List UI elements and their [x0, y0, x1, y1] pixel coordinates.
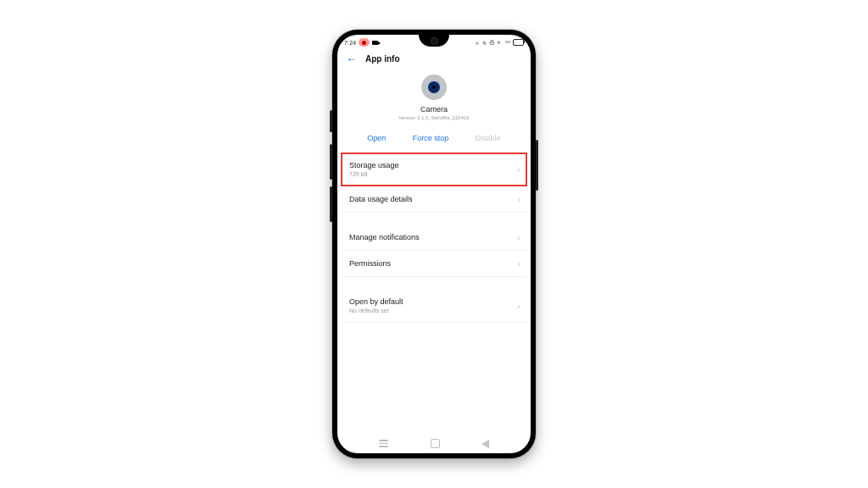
recents-button-icon[interactable]: [379, 440, 388, 447]
volume-up-button: [330, 144, 332, 180]
usage-group: Storage usage 729 kB › Data usage detail…: [341, 152, 527, 213]
camera-app-icon: [421, 75, 447, 100]
row-title: Permissions: [349, 259, 510, 268]
volume-down-button: [330, 186, 332, 222]
chevron-right-icon: ›: [517, 164, 520, 175]
disable-button: Disable: [476, 134, 501, 142]
system-nav-bar: [337, 439, 531, 448]
force-stop-button[interactable]: Force stop: [413, 134, 449, 142]
app-summary: Camera Version 3.1.0_9a6d8fa_210419: [337, 71, 531, 129]
back-arrow-icon[interactable]: ←: [346, 53, 357, 64]
side-button: [330, 110, 332, 132]
data-usage-row[interactable]: Data usage details ›: [341, 186, 527, 212]
screen: 7:24 ⁂ ⨳ ⚙ ᯤ ⁰⁰ ← App info Camera Versio…: [337, 35, 531, 453]
video-icon: [372, 41, 378, 45]
chevron-right-icon: ›: [517, 258, 520, 269]
manage-notifications-row[interactable]: Manage notifications ›: [341, 225, 527, 251]
chevron-right-icon: ›: [517, 301, 520, 311]
page-header: ← App info: [337, 50, 531, 71]
battery-icon: [513, 39, 524, 46]
app-version: Version 3.1.0_9a6d8fa_210419: [337, 115, 531, 120]
recording-indicator-icon: [359, 38, 370, 47]
chevron-right-icon: ›: [517, 194, 520, 204]
front-camera: [431, 37, 438, 45]
row-title: Manage notifications: [349, 233, 510, 241]
back-button-icon[interactable]: [481, 440, 489, 448]
chevron-right-icon: ›: [517, 232, 520, 242]
permissions-group: Manage notifications › Permissions ›: [341, 225, 527, 277]
row-subtitle: 729 kB: [349, 171, 510, 177]
defaults-group: Open by default No defaults set ›: [341, 289, 527, 323]
action-row: Open Force stop Disable: [337, 129, 531, 152]
row-title: Storage usage: [349, 161, 510, 169]
storage-usage-row[interactable]: Storage usage 729 kB ›: [341, 152, 527, 186]
page-title: App info: [365, 54, 400, 64]
row-title: Open by default: [349, 297, 510, 306]
row-subtitle: No defaults set: [349, 308, 510, 313]
open-button[interactable]: Open: [367, 134, 386, 142]
power-button: [536, 140, 538, 191]
status-time: 7:24: [344, 40, 356, 46]
home-button-icon[interactable]: [431, 439, 440, 448]
row-title: Data usage details: [349, 195, 510, 203]
open-by-default-row[interactable]: Open by default No defaults set ›: [341, 289, 527, 322]
app-name: Camera: [337, 105, 531, 114]
permissions-row[interactable]: Permissions ›: [341, 251, 527, 276]
status-icons: ⁂ ⨳ ⚙ ᯤ ⁰⁰: [476, 40, 510, 46]
phone-frame: 7:24 ⁂ ⨳ ⚙ ᯤ ⁰⁰ ← App info Camera Versio…: [332, 30, 536, 458]
